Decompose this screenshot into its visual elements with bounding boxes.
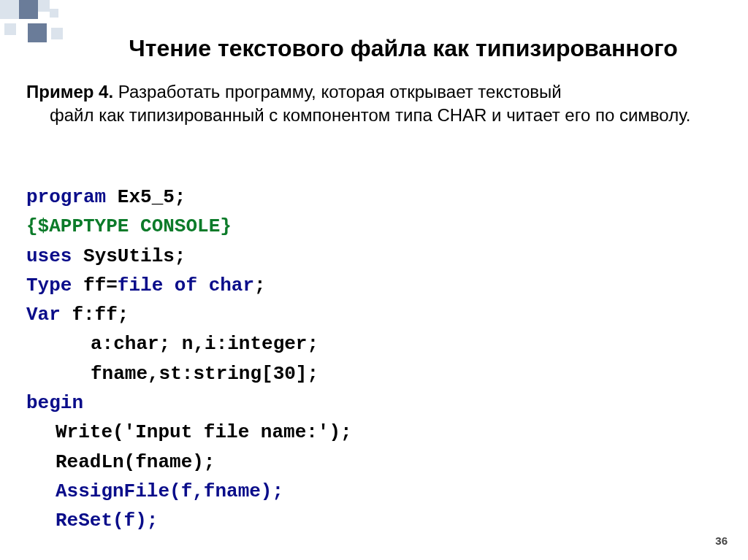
keyword: AssignFile(f,fname);: [56, 480, 283, 502]
decor-square: [19, 0, 38, 19]
code-text: ff=: [72, 275, 117, 296]
code-line: begin: [26, 388, 722, 418]
code-line: Var f:ff;: [26, 300, 722, 329]
code-line: AssignFile(f,fname);: [26, 477, 722, 506]
decor-square: [0, 0, 19, 19]
code-line: fname,st:string[30];: [26, 359, 722, 388]
keyword: uses: [26, 245, 72, 267]
example-description: Пример 4. Разработать программу, которая…: [26, 80, 730, 128]
code-text: a:char; n,i:integer;: [91, 333, 318, 355]
code-line: Write('Input file name:');: [26, 418, 722, 447]
code-text: ReadLn(fname);: [56, 451, 215, 473]
keyword: Type: [26, 275, 72, 296]
directive: {$APPTYPE CONSOLE}: [26, 215, 232, 237]
code-line: ReSet(f);: [26, 506, 722, 535]
code-block: program Ex5_5; {$APPTYPE CONSOLE} uses S…: [26, 183, 722, 536]
code-line: ReadLn(fname);: [26, 448, 722, 477]
code-text: Write('Input file name:');: [56, 421, 352, 443]
code-text: SysUtils;: [72, 245, 186, 267]
code-text: ;: [254, 275, 266, 296]
code-line: {$APPTYPE CONSOLE}: [26, 212, 722, 241]
code-text: Ex5_5;: [106, 186, 186, 208]
code-text: fname,st:string[30];: [91, 363, 318, 385]
code-text: f:ff;: [61, 304, 129, 326]
keyword: Var: [26, 304, 61, 326]
slide-title: Чтение текстового файла как типизированн…: [0, 35, 748, 62]
keyword: program: [26, 186, 106, 208]
example-text-line1: Разработать программу, которая открывает…: [113, 82, 562, 101]
code-line: uses SysUtils;: [26, 242, 722, 271]
example-text-line2: файл как типизированный с компонентом ти…: [26, 104, 730, 127]
keyword: ReSet(f);: [56, 510, 158, 532]
decor-square: [38, 0, 50, 12]
decor-square: [4, 23, 16, 35]
keyword: begin: [26, 392, 83, 414]
keyword: file of char: [118, 275, 254, 296]
code-line: a:char; n,i:integer;: [26, 329, 722, 358]
decor-square: [50, 9, 58, 18]
code-line: Type ff=file of char;: [26, 271, 722, 300]
page-number: 36: [715, 534, 728, 547]
code-line: program Ex5_5;: [26, 183, 722, 212]
example-label: Пример 4.: [26, 82, 113, 101]
